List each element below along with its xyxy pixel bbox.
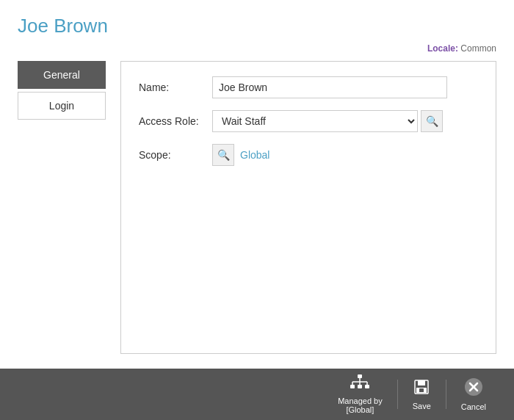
managed-by-label: Managed by [Global]	[338, 397, 383, 414]
name-input[interactable]	[212, 76, 447, 98]
page-title: Joe Brown	[18, 15, 496, 37]
name-row: Name:	[139, 76, 478, 98]
toolbar-divider	[397, 380, 398, 409]
locale-label: Locale:	[427, 43, 458, 54]
form-panel: Name: Access Role: Wait Staff Manager Ad…	[120, 61, 496, 354]
svg-rect-10	[418, 380, 425, 385]
access-role-select[interactable]: Wait Staff Manager Admin Host	[212, 110, 418, 132]
scope-container: 🔍 Global	[212, 144, 269, 166]
managed-by-button[interactable]: Managed by [Global]	[325, 369, 396, 420]
access-role-search-button[interactable]: 🔍	[421, 110, 443, 132]
search-icon: 🔍	[426, 115, 438, 127]
managed-by-icon	[350, 374, 369, 394]
sidebar-item-login[interactable]: Login	[18, 92, 106, 120]
save-icon	[413, 378, 430, 399]
scope-label: Scope:	[139, 149, 212, 161]
access-role-row: Access Role: Wait Staff Manager Admin Ho…	[139, 110, 478, 132]
sidebar: General Login	[18, 61, 120, 354]
sidebar-item-general[interactable]: General	[18, 61, 106, 89]
locale-bar: Locale: Common	[18, 43, 496, 54]
scope-search-button[interactable]: 🔍	[212, 144, 234, 166]
access-role-label: Access Role:	[139, 115, 212, 127]
footer-toolbar: Managed by [Global] Save Cancel	[0, 369, 514, 420]
svg-rect-0	[358, 374, 362, 378]
cancel-button[interactable]: Cancel	[448, 372, 499, 417]
scope-row: Scope: 🔍 Global	[139, 144, 478, 166]
save-button[interactable]: Save	[399, 372, 444, 416]
cancel-label: Cancel	[461, 402, 486, 411]
svg-rect-12	[419, 388, 424, 392]
cancel-icon	[464, 377, 483, 399]
toolbar-divider-2	[446, 380, 446, 409]
locale-value: Common	[460, 43, 496, 54]
scope-link[interactable]: Global	[240, 149, 269, 161]
search-icon: 🔍	[217, 149, 230, 161]
name-label: Name:	[139, 82, 212, 93]
svg-rect-2	[358, 385, 362, 388]
body-layout: General Login Name: Access Role: Wait St…	[18, 61, 496, 354]
save-label: Save	[413, 402, 431, 410]
access-role-container: Wait Staff Manager Admin Host 🔍	[212, 110, 443, 132]
svg-rect-1	[350, 385, 355, 388]
svg-rect-3	[365, 385, 369, 388]
